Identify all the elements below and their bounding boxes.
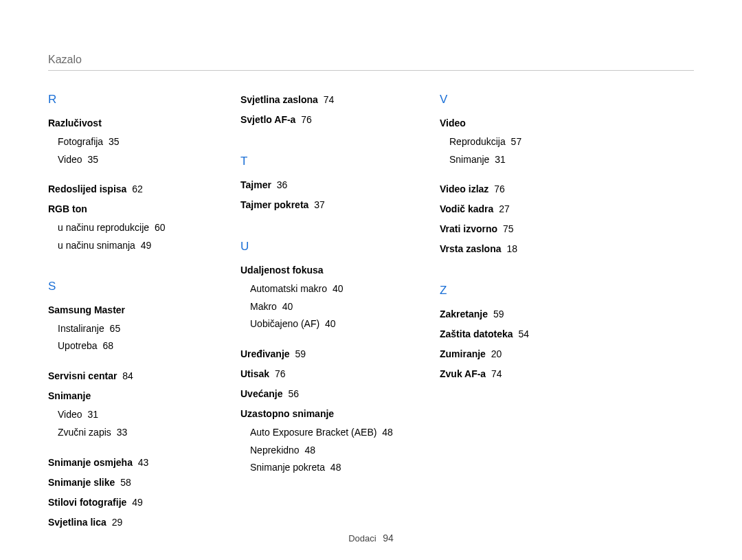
sub-label: Fotografija — [58, 136, 103, 147]
entry-slike[interactable]: Snimanje slike 58 — [48, 475, 199, 490]
entry-zakretanje[interactable]: Zakretanje 59 — [440, 307, 605, 322]
entry-label: Svjetlina lica — [48, 517, 106, 528]
entry-label: Svjetlina zaslona — [240, 94, 318, 105]
entry-label: Tajmer pokreta — [240, 199, 308, 210]
entry-svjetlina-zaslona[interactable]: Svjetlina zaslona 74 — [240, 93, 398, 107]
entry-osmjeha[interactable]: Snimanje osmjeha 43 — [48, 456, 199, 470]
page-ref: 76 — [494, 183, 505, 194]
entry-label: Snimanje slike — [48, 477, 115, 488]
entry-label: Vrsta zaslona — [440, 243, 502, 254]
letter-r: R — [48, 93, 199, 107]
subentry[interactable]: Uobičajeno (AF) 40 — [250, 317, 398, 332]
sub-label: Reprodukcija — [449, 136, 506, 147]
page-ref: 48 — [305, 445, 316, 456]
index-columns: R Razlučivost Fotografija 35 Video 35 Re… — [48, 86, 694, 534]
page-ref: 48 — [382, 427, 393, 438]
entry-utisak[interactable]: Utisak 76 — [240, 367, 398, 381]
column-1: R Razlučivost Fotografija 35 Video 35 Re… — [48, 86, 199, 534]
page-ref: 65 — [110, 323, 121, 334]
footer-page-number: 94 — [383, 533, 394, 544]
page-ref: 33 — [117, 427, 128, 438]
entry-label: Zakretanje — [440, 309, 488, 320]
page-ref: 31 — [87, 409, 98, 420]
entry-lica[interactable]: Svjetlina lica 29 — [48, 515, 199, 530]
subentry[interactable]: Auto Exposure Bracket (AEB) 48 — [250, 425, 398, 440]
sub-label: Auto Exposure Bracket (AEB) — [250, 427, 376, 438]
subentry[interactable]: Snimanje pokreta 48 — [250, 460, 398, 475]
entry-zvuk-af[interactable]: Zvuk AF-a 74 — [440, 367, 605, 381]
page-ref: 49 — [132, 497, 143, 508]
entry-snimanje[interactable]: Snimanje — [48, 389, 199, 403]
entry-label: Uzastopno snimanje — [240, 408, 334, 419]
subentry[interactable]: Video 35 — [58, 153, 199, 168]
entry-label: Svjetlo AF-a — [240, 114, 295, 125]
entry-label: Utisak — [240, 368, 269, 379]
page-ref: 62 — [132, 183, 143, 194]
entry-stilovi[interactable]: Stilovi fotografije 49 — [48, 495, 199, 510]
entry-tajmer[interactable]: Tajmer 36 — [240, 178, 398, 192]
sub-label: Upotreba — [58, 340, 98, 351]
entry-redoslijed[interactable]: Redoslijed ispisa 62 — [48, 182, 199, 197]
subentry[interactable]: Neprekidno 48 — [250, 443, 398, 458]
subentry[interactable]: Upotreba 68 — [58, 339, 199, 354]
page-ref: 37 — [314, 199, 325, 210]
page-ref: 84 — [122, 370, 133, 381]
page-ref: 43 — [138, 457, 149, 468]
entry-vrsta[interactable]: Vrsta zaslona 18 — [440, 242, 605, 256]
subentry[interactable]: Zvučni zapis 33 — [58, 425, 199, 440]
sub-label: Automatski makro — [250, 283, 327, 294]
entry-label: Tajmer — [240, 179, 271, 190]
page-ref: 59 — [493, 309, 504, 320]
sub-label: Snimanje pokreta — [250, 462, 325, 473]
entry-label: Uređivanje — [240, 348, 290, 359]
subentry[interactable]: Reprodukcija 57 — [449, 135, 605, 150]
entry-rgb[interactable]: RGB ton — [48, 202, 199, 216]
entry-label: Uvećanje — [240, 388, 282, 399]
letter-s: S — [48, 280, 199, 293]
subentry[interactable]: u načinu snimanja 49 — [58, 238, 199, 254]
subentry[interactable]: Automatski makro 40 — [250, 282, 398, 297]
page-header: Kazalo — [48, 54, 694, 71]
page-ref: 76 — [275, 368, 286, 379]
entry-razlucivost[interactable]: Razlučivost — [48, 116, 199, 131]
letter-z: Z — [440, 284, 605, 298]
entry-video-izlaz[interactable]: Video izlaz 76 — [440, 182, 605, 197]
sub-label: Uobičajeno (AF) — [250, 318, 319, 329]
entry-label: RGB ton — [48, 203, 87, 214]
entry-svjetlo-af[interactable]: Svjetlo AF-a 76 — [240, 113, 398, 127]
entry-udaljenost[interactable]: Udaljenost fokusa — [240, 263, 398, 278]
letter-u: U — [240, 240, 398, 254]
entry-label: Snimanje osmjeha — [48, 457, 133, 468]
page-ref: 57 — [511, 136, 522, 147]
entry-label: Vrati izvorno — [440, 223, 497, 234]
footer-label: Dodaci — [348, 533, 376, 544]
index-page: Kazalo R Razlučivost Fotografija 35 Vide… — [0, 0, 742, 560]
entry-uzastopno[interactable]: Uzastopno snimanje — [240, 407, 398, 421]
page-ref: 20 — [491, 348, 502, 359]
entry-servisni[interactable]: Servisni centar 84 — [48, 369, 199, 383]
subentry[interactable]: Instaliranje 65 — [58, 322, 199, 337]
entry-uredivanje[interactable]: Uređivanje 59 — [240, 347, 398, 361]
entry-label: Zumiranje — [440, 348, 486, 359]
subentry[interactable]: Makro 40 — [250, 300, 398, 315]
sub-label: Snimanje — [449, 154, 489, 165]
subentry[interactable]: Snimanje 31 — [449, 153, 605, 168]
entry-zastita[interactable]: Zaštita datoteka 54 — [440, 327, 605, 341]
entry-zumiranje[interactable]: Zumiranje 20 — [440, 347, 605, 361]
page-ref: 29 — [112, 517, 123, 528]
entry-tajmer-pokreta[interactable]: Tajmer pokreta 37 — [240, 198, 398, 212]
page-ref: 75 — [503, 223, 514, 234]
page-ref: 40 — [282, 301, 293, 312]
entry-video[interactable]: Video — [440, 116, 605, 131]
subentry[interactable]: Fotografija 35 — [58, 135, 199, 150]
entry-vodic[interactable]: Vodič kadra 27 — [440, 202, 605, 216]
entry-vrati[interactable]: Vrati izvorno 75 — [440, 222, 605, 236]
page-ref: 48 — [330, 462, 341, 473]
page-ref: 60 — [155, 222, 166, 233]
subentry[interactable]: u načinu reprodukcije 60 — [58, 221, 199, 236]
entry-uvecanje[interactable]: Uvećanje 56 — [240, 387, 398, 401]
subentry[interactable]: Video 31 — [58, 407, 199, 423]
page-ref: 49 — [141, 240, 152, 251]
entry-samsung[interactable]: Samsung Master — [48, 303, 199, 317]
page-ref: 18 — [506, 243, 517, 254]
